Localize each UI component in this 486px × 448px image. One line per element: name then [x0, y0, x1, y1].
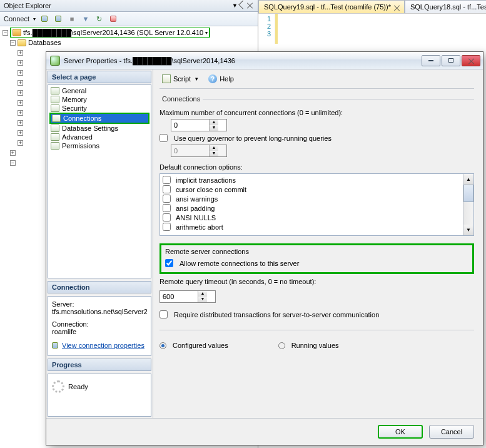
expand-icon[interactable]: +: [18, 120, 23, 126]
allow-remote-label: Allow remote connections to this server: [180, 260, 299, 267]
server-node-label: tfs.████████\sqlServer2014,1436 (SQL Ser…: [23, 29, 203, 36]
governor-value-input[interactable]: ▲▼: [171, 145, 227, 157]
max-connections-label: Maximum number of concurrent connections…: [159, 109, 343, 116]
expand-icon[interactable]: +: [18, 110, 23, 116]
page-item-general[interactable]: General: [49, 86, 149, 95]
connection-label: Connection:: [52, 320, 147, 328]
option-checkbox[interactable]: [163, 213, 171, 221]
collapse-icon[interactable]: −: [10, 40, 16, 46]
line-number: 3: [267, 30, 271, 38]
dropdown-icon[interactable]: ▾: [33, 16, 36, 22]
ok-button[interactable]: OK: [378, 425, 423, 439]
page-item-database-settings[interactable]: Database Settings: [49, 124, 149, 133]
filter-icon[interactable]: ▼: [81, 14, 91, 24]
collapse-icon[interactable]: −: [3, 30, 8, 36]
max-connections-input[interactable]: ▲▼: [171, 119, 227, 131]
server-group-icon[interactable]: [53, 14, 63, 24]
server-icon[interactable]: [39, 14, 49, 24]
maximize-button[interactable]: [442, 55, 460, 66]
default-options-list[interactable]: implicit transactions cursor close on co…: [159, 173, 474, 236]
tab-label: SQLQuery18.sql - tf...Test: [410, 3, 486, 11]
option-checkbox[interactable]: [163, 195, 171, 203]
expand-icon[interactable]: +: [18, 60, 23, 66]
close-button[interactable]: [462, 55, 480, 66]
page-item-security[interactable]: Security: [49, 104, 149, 113]
expand-icon[interactable]: +: [18, 90, 23, 96]
option-item[interactable]: implicit transactions: [163, 175, 460, 185]
spin-down-icon[interactable]: ▼: [210, 151, 218, 156]
option-label: arithmetic abort: [176, 223, 223, 231]
connection-panel: Server: tfs.mcnsolutions.net\sqlServer20…: [48, 296, 151, 356]
remote-timeout-field[interactable]: [160, 292, 198, 301]
allow-remote-checkbox[interactable]: [165, 259, 173, 267]
scroll-down-icon[interactable]: ▼: [463, 225, 473, 235]
page-item-permissions[interactable]: Permissions: [49, 141, 149, 150]
databases-label: Databases: [28, 39, 61, 46]
close-icon[interactable]: [246, 2, 254, 9]
minimize-button[interactable]: [422, 55, 440, 66]
page-item-memory[interactable]: Memory: [49, 95, 149, 104]
stop-icon[interactable]: ■: [67, 14, 77, 24]
page-icon: [51, 87, 59, 94]
dialog-titlebar[interactable]: Server Properties - tfs.████████\sqlServ…: [46, 52, 483, 69]
remote-timeout-input[interactable]: ▲▼: [159, 290, 216, 303]
expand-icon[interactable]: +: [18, 70, 23, 76]
page-icon: [51, 104, 59, 112]
option-checkbox[interactable]: [163, 185, 171, 193]
view-connection-properties-link[interactable]: View connection properties: [62, 342, 144, 349]
server-node[interactable]: − tfs.████████\sqlServer2014,1436 (SQL S…: [3, 28, 255, 38]
page-item-connections[interactable]: Connections: [51, 114, 148, 123]
scroll-thumb[interactable]: [463, 185, 473, 202]
expand-icon[interactable]: +: [18, 130, 23, 136]
option-label: ansi padding: [176, 205, 215, 212]
max-connections-field[interactable]: [171, 121, 209, 130]
spin-down-icon[interactable]: ▼: [198, 297, 207, 302]
option-item[interactable]: ansi padding: [163, 203, 460, 213]
query-governor-checkbox[interactable]: [159, 134, 168, 142]
scroll-up-icon[interactable]: ▲: [463, 174, 473, 185]
distributed-trans-checkbox[interactable]: [159, 310, 168, 318]
collapse-icon[interactable]: −: [10, 160, 16, 166]
page-item-advanced[interactable]: Advanced: [49, 133, 149, 141]
help-button[interactable]: ? Help: [206, 73, 236, 84]
connect-button[interactable]: Connect: [4, 15, 29, 23]
page-icon: [52, 115, 61, 122]
database-icon: [50, 56, 60, 66]
dialog-title: Server Properties - tfs.████████\sqlServ…: [64, 57, 235, 64]
option-label: cursor close on commit: [176, 186, 246, 193]
dialog-button-bar: OK Cancel: [46, 418, 483, 445]
option-item[interactable]: ansi warnings: [163, 194, 460, 203]
option-item[interactable]: ANSI NULLS: [163, 213, 460, 222]
cancel-button[interactable]: Cancel: [429, 425, 474, 439]
report-icon[interactable]: [108, 14, 118, 24]
option-item[interactable]: cursor close on commit: [163, 185, 460, 194]
option-item[interactable]: arithmetic abort: [163, 222, 460, 232]
script-button[interactable]: Script: [159, 73, 201, 84]
spin-up-icon[interactable]: ▲: [210, 145, 218, 151]
spin-down-icon[interactable]: ▼: [210, 125, 218, 131]
editor-tab-active[interactable]: SQLQuery19.sql - tf...Test (roamlife (75…: [258, 0, 405, 13]
editor-tab[interactable]: SQLQuery18.sql - tf...Test: [405, 0, 486, 13]
running-values-radio[interactable]: Running values: [278, 342, 339, 349]
expand-icon[interactable]: +: [18, 100, 23, 106]
configured-label: Configured values: [173, 342, 228, 349]
scrollbar[interactable]: ▲ ▼: [463, 174, 473, 235]
option-checkbox[interactable]: [163, 176, 171, 184]
expand-icon[interactable]: +: [18, 80, 23, 86]
progress-status: Ready: [68, 383, 88, 390]
spin-up-icon[interactable]: ▲: [210, 120, 218, 125]
dialog-toolbar: Script ? Help: [159, 73, 474, 89]
help-icon: ?: [208, 74, 217, 83]
expand-icon[interactable]: +: [18, 140, 23, 146]
dropdown-icon[interactable]: ▼: [232, 3, 238, 9]
option-checkbox[interactable]: [163, 204, 171, 212]
refresh-icon[interactable]: ↻: [94, 14, 104, 24]
query-governor-label: Use query governor to prevent long-runni…: [174, 135, 332, 142]
option-checkbox[interactable]: [163, 223, 171, 231]
expand-icon[interactable]: +: [18, 50, 23, 56]
configured-values-radio[interactable]: Configured values: [159, 342, 228, 349]
expand-icon[interactable]: +: [10, 150, 16, 156]
spin-up-icon[interactable]: ▲: [198, 291, 207, 297]
close-icon[interactable]: [393, 4, 399, 10]
databases-node[interactable]: − Databases: [3, 38, 255, 48]
